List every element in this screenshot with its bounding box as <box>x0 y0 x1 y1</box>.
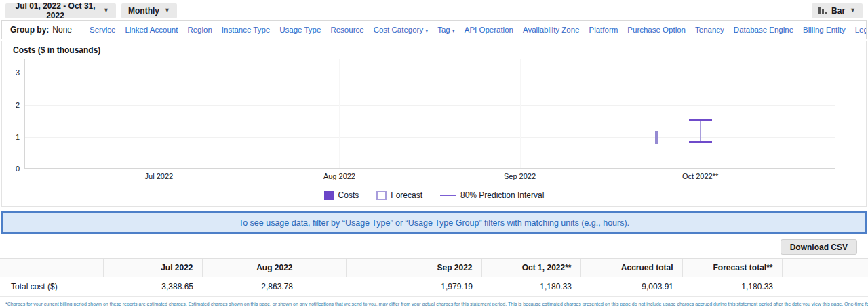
legend-item-forecast[interactable]: Forecast <box>376 190 422 200</box>
group-by-label: Group by: <box>10 25 49 35</box>
row-label-header <box>0 259 103 277</box>
vertical-gridline <box>159 59 159 168</box>
chart-type-selector[interactable]: Bar ▼ <box>812 3 863 18</box>
prediction-interval-swatch-icon <box>440 195 456 196</box>
column-header: Oct 1, 2022** <box>481 259 580 277</box>
row-label: Total cost ($) <box>0 277 103 297</box>
download-csv-button[interactable]: Download CSV <box>781 239 857 255</box>
x-axis-tick-label: Oct 2022** <box>682 172 718 180</box>
chart-plot-area: 0123Jul 2022Aug 2022Sep 2022Oct 2022** <box>24 59 835 169</box>
x-axis-tick-label: Sep 2022 <box>504 172 536 180</box>
chevron-down-icon: ▼ <box>103 7 109 14</box>
filler-cell <box>782 277 868 297</box>
prediction-interval-cap <box>689 119 712 121</box>
group-by-option[interactable]: Region <box>187 26 212 34</box>
prediction-interval-cap <box>689 141 712 143</box>
cost-chart-panel: Costs ($ in thousands) 0123Jul 2022Aug 2… <box>1 41 867 207</box>
cost-value: 3,388.65 <box>103 277 202 297</box>
vertical-gridline <box>520 59 521 168</box>
cost-value: 9,003.91 <box>580 277 682 297</box>
column-header: Sep 2022 <box>346 259 481 277</box>
chevron-down-icon: ▾ <box>452 28 455 34</box>
legend-label-prediction-interval: 80% Prediction Interval <box>460 190 544 200</box>
group-by-option[interactable]: Tenancy <box>695 26 724 34</box>
cost-table-row: Total cost ($)3,388.652,863.781,979.191,… <box>0 277 868 297</box>
horizontal-gridline <box>25 73 835 73</box>
bar-chart-icon <box>818 7 827 14</box>
column-header: Aug 2022 <box>202 259 302 277</box>
cost-table: Jul 2022Aug 2022Sep 2022Oct 1, 2022**Acc… <box>0 258 868 297</box>
forecast-bar[interactable] <box>655 131 658 144</box>
column-header: Accrued total <box>580 259 682 277</box>
group-by-option[interactable]: Cost Category▾ <box>374 26 429 34</box>
legend-item-costs[interactable]: Costs <box>324 190 359 200</box>
chart-type-value: Bar <box>831 6 845 16</box>
cost-value: 1,180.33 <box>481 277 580 297</box>
group-by-option[interactable]: Availability Zone <box>523 26 580 34</box>
horizontal-gridline <box>25 105 835 106</box>
cost-table-header-row: Jul 2022Aug 2022Sep 2022Oct 1, 2022**Acc… <box>0 259 868 277</box>
group-by-option[interactable]: Usage Type <box>279 26 321 34</box>
group-by-option[interactable]: Resource <box>330 26 363 34</box>
group-by-option[interactable]: Billing Entity <box>803 26 846 34</box>
y-axis-tick-label: 3 <box>16 68 20 77</box>
legend-label-forecast: Forecast <box>391 190 422 200</box>
group-by-option[interactable]: Instance Type <box>222 26 270 34</box>
y-axis-tick-label: 1 <box>16 133 20 141</box>
date-range-value: Jul 01, 2022 - Oct 31, 2022 <box>12 1 98 20</box>
date-range-selector[interactable]: Jul 01, 2022 - Oct 31, 2022 ▼ <box>5 3 116 18</box>
filler-column-header <box>782 259 868 277</box>
horizontal-gridline <box>25 137 835 138</box>
group-by-option[interactable]: Linked Account <box>125 26 178 34</box>
group-by-option[interactable]: API Operation <box>465 26 513 34</box>
column-header: Jul 2022 <box>103 259 202 277</box>
group-by-options: ServiceLinked AccountRegionInstance Type… <box>90 26 867 34</box>
vertical-gridline <box>701 59 701 168</box>
chevron-down-icon: ▼ <box>164 7 170 14</box>
group-by-option[interactable]: Tag▾ <box>437 26 455 34</box>
top-toolbar: Jul 01, 2022 - Oct 31, 2022 ▼ Monthly ▼ … <box>0 0 868 19</box>
spacer-column-header <box>302 259 346 277</box>
billing-footnote: *Charges for your current billing period… <box>0 297 868 306</box>
chart-title: Costs ($ in thousands) <box>13 45 100 55</box>
cost-value: 1,180.33 <box>682 277 782 297</box>
y-axis-tick-label: 0 <box>16 165 20 173</box>
chart-legend: Costs Forecast 80% Prediction Interval <box>2 190 866 200</box>
group-by-bar: Group by: None ServiceLinked AccountRegi… <box>1 20 867 39</box>
granularity-value: Monthly <box>128 6 159 16</box>
group-by-option[interactable]: Platform <box>589 26 618 34</box>
group-by-option[interactable]: Database Engine <box>734 26 793 34</box>
legend-label-costs: Costs <box>338 190 359 200</box>
usage-info-banner: To see usage data, filter by “Usage Type… <box>1 211 867 234</box>
spacer-cell <box>302 277 346 297</box>
x-axis-tick-label: Aug 2022 <box>323 172 355 180</box>
chevron-down-icon: ▼ <box>850 7 856 14</box>
usage-info-text: To see usage data, filter by “Usage Type… <box>239 218 629 228</box>
group-by-option[interactable]: Service <box>90 26 115 34</box>
cost-value: 2,863.78 <box>202 277 302 297</box>
x-axis-tick-label: Jul 2022 <box>145 172 174 180</box>
prediction-interval-line <box>700 120 701 142</box>
forecast-swatch-icon <box>376 191 387 200</box>
y-axis-tick-label: 2 <box>16 101 20 109</box>
group-by-selected: None <box>52 25 72 35</box>
column-header: Forecast total** <box>682 259 782 277</box>
group-by-option[interactable]: Legal Entity <box>855 26 867 34</box>
granularity-selector[interactable]: Monthly ▼ <box>121 3 177 18</box>
legend-item-prediction-interval[interactable]: 80% Prediction Interval <box>440 190 544 200</box>
cost-value: 1,979.19 <box>346 277 481 297</box>
chevron-down-icon: ▾ <box>425 28 428 34</box>
group-by-option[interactable]: Purchase Option <box>627 26 686 34</box>
download-row: Download CSV <box>0 234 868 255</box>
vertical-gridline <box>339 59 340 168</box>
costs-swatch-icon <box>324 191 334 200</box>
